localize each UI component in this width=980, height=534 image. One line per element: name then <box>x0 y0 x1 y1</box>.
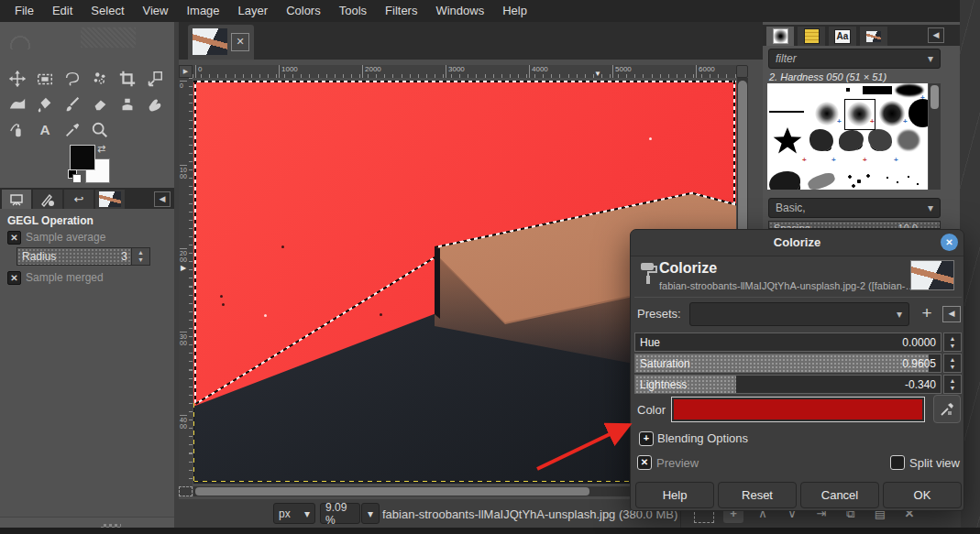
menu-view[interactable]: View <box>134 0 178 22</box>
saturation-slider[interactable]: Saturation 0.9605 <box>634 354 941 373</box>
menu-tools[interactable]: Tools <box>330 0 376 22</box>
tab-gradients[interactable] <box>860 27 887 46</box>
h-ruler-label: 4000 <box>529 65 548 78</box>
h-scrollbar-thumb[interactable] <box>195 487 589 496</box>
brush-item[interactable] <box>773 127 802 155</box>
menu-file[interactable]: File <box>6 0 43 22</box>
tab-brushes[interactable] <box>766 27 794 46</box>
brush-item[interactable] <box>846 173 874 190</box>
lightness-spinner[interactable]: ▲▼ <box>943 375 962 394</box>
image-tab-close-icon[interactable]: ✕ <box>231 33 249 51</box>
unified-transform-tool-icon[interactable] <box>143 68 167 90</box>
radius-spinner[interactable]: ▲▼ <box>131 248 149 265</box>
brush-item[interactable] <box>868 129 892 151</box>
brush-item[interactable] <box>769 171 800 190</box>
menu-layer[interactable]: Layer <box>229 0 278 22</box>
unit-select[interactable]: px ▾ <box>273 503 315 524</box>
menu-windows[interactable]: Windows <box>426 0 493 22</box>
tab-fonts[interactable]: Aa <box>829 27 856 46</box>
brush-item[interactable] <box>807 170 837 190</box>
brush-item[interactable] <box>879 101 905 126</box>
brush-item[interactable] <box>896 84 923 96</box>
menu-edit[interactable]: Edit <box>43 0 82 22</box>
brush-filter-input[interactable]: filter ▾ <box>768 49 941 69</box>
menu-help[interactable]: Help <box>493 0 536 22</box>
brush-item[interactable] <box>809 129 833 151</box>
swap-colors-icon[interactable]: ⇄ <box>97 143 105 155</box>
brush-item[interactable] <box>897 130 919 150</box>
sample-average-checkbox[interactable]: ✕ <box>7 231 21 245</box>
brush-scroll-thumb[interactable] <box>930 85 939 109</box>
brush-item[interactable] <box>883 173 923 190</box>
zoom-value-box[interactable]: 9.09 % <box>320 503 360 524</box>
tab-undo-history[interactable]: ↩ <box>64 190 94 209</box>
cancel-button[interactable]: Cancel <box>800 482 879 508</box>
zoom-select[interactable]: ▾ <box>361 503 380 524</box>
presets-select[interactable]: ▾ <box>689 302 909 326</box>
text-tool-icon[interactable]: A <box>33 119 57 141</box>
presets-add-icon[interactable]: + <box>917 303 937 323</box>
brush-item[interactable] <box>846 88 850 92</box>
ok-button[interactable]: OK <box>883 482 962 508</box>
spacing-spin-slider[interactable]: Spacing 10.0 <box>768 221 941 229</box>
v-ruler-ticks <box>189 78 193 486</box>
tab-device-status[interactable] <box>33 190 62 209</box>
brush-grid-scrollbar[interactable] <box>929 83 941 190</box>
menu-filters[interactable]: Filters <box>376 0 426 22</box>
image-tab[interactable]: ✕ <box>188 25 254 60</box>
rectangle-select-tool-icon[interactable] <box>33 68 57 90</box>
right-tab-menu-button[interactable]: ◀ <box>928 27 944 43</box>
presets-menu-icon[interactable]: ◀ <box>942 306 961 322</box>
pick-color-button[interactable] <box>933 395 961 423</box>
v-scrollbar-thumb[interactable] <box>738 81 747 236</box>
paintbrush-tool-icon[interactable] <box>61 93 84 115</box>
tab-menu-button[interactable]: ◀ <box>154 191 171 207</box>
menu-image[interactable]: Image <box>177 0 228 22</box>
zoom-tool-icon[interactable] <box>88 119 112 141</box>
tab-patterns[interactable] <box>798 27 825 46</box>
tab-image-thumbnail[interactable] <box>95 190 125 209</box>
color-picker-tool-icon[interactable] <box>61 119 84 141</box>
eraser-tool-icon[interactable] <box>88 93 112 115</box>
smudge-tool-icon[interactable] <box>143 93 167 115</box>
color-swatch[interactable] <box>671 397 925 422</box>
free-select-tool-icon[interactable] <box>61 68 84 90</box>
ruler-corner-button[interactable]: ▶ <box>179 65 193 78</box>
brush-grid[interactable]: + + + + + + + + <box>767 83 928 190</box>
dialog-titlebar[interactable]: Colorize ✕ <box>631 230 963 256</box>
menu-select[interactable]: Select <box>82 0 133 22</box>
split-view-checkbox[interactable] <box>890 455 905 470</box>
bucket-fill-tool-icon[interactable] <box>33 93 57 115</box>
navigation-corner-button[interactable] <box>736 65 748 78</box>
gradient-tool-icon[interactable] <box>6 93 29 115</box>
brush-item[interactable] <box>908 99 928 127</box>
brush-group-value: Basic, <box>776 202 806 214</box>
lightness-slider[interactable]: Lightness -0.340 <box>634 375 941 394</box>
tab-tool-options[interactable] <box>2 190 31 209</box>
brush-group-select[interactable]: Basic, ▾ <box>768 198 941 218</box>
foreground-color-swatch[interactable] <box>70 145 95 170</box>
brush-item[interactable] <box>863 86 892 94</box>
select-by-color-tool-icon[interactable] <box>88 68 112 90</box>
sample-merged-checkbox[interactable]: ✕ <box>7 271 21 285</box>
brush-item[interactable] <box>769 111 804 113</box>
reset-button[interactable]: Reset <box>718 482 797 508</box>
default-colors-icon[interactable] <box>68 169 80 181</box>
quick-mask-toggle[interactable] <box>179 486 193 496</box>
radius-spin-slider[interactable]: Radius 3 ▲▼ <box>17 247 150 266</box>
hue-slider[interactable]: Hue 0.0000 <box>634 332 941 352</box>
hue-spinner[interactable]: ▲▼ <box>943 332 962 352</box>
clone-tool-icon[interactable] <box>116 93 139 115</box>
move-tool-icon[interactable] <box>6 68 29 90</box>
saturation-spinner[interactable]: ▲▼ <box>943 354 962 373</box>
menu-colors[interactable]: Colors <box>277 0 330 22</box>
crop-tool-icon[interactable] <box>116 68 139 90</box>
brush-item[interactable] <box>815 102 839 125</box>
ink-tool-icon[interactable] <box>6 119 29 141</box>
preview-checkbox[interactable]: ✕ <box>637 455 652 470</box>
dialog-close-icon[interactable]: ✕ <box>941 234 958 251</box>
brush-item[interactable] <box>839 130 864 151</box>
speck <box>281 245 284 248</box>
blending-options-expander[interactable]: + <box>639 431 654 446</box>
help-button[interactable]: Help <box>635 482 714 508</box>
